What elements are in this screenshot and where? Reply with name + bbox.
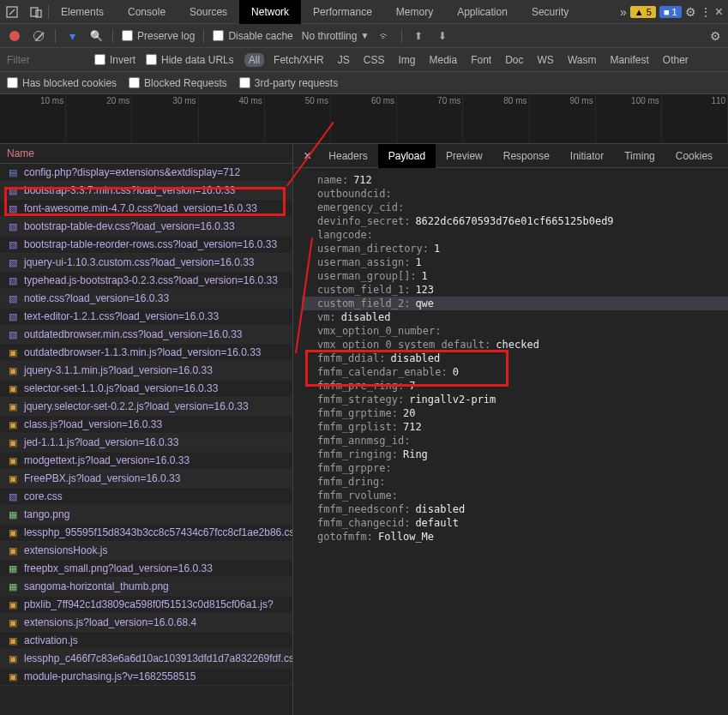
- device-toggle-icon[interactable]: [24, 0, 48, 24]
- request-row[interactable]: jquery.selector-set-0.2.2.js?load_versio…: [0, 398, 292, 416]
- filter-type-manifest[interactable]: Manifest: [605, 53, 653, 67]
- payload-row[interactable]: fmfm_grptime20: [302, 406, 728, 420]
- detail-tab-cookies[interactable]: Cookies: [665, 144, 723, 168]
- payload-row[interactable]: fmfm_changeciddefault: [302, 516, 728, 530]
- payload-row[interactable]: fmfm_ringingRing: [302, 448, 728, 461]
- upload-har-icon[interactable]: [411, 28, 426, 44]
- request-row[interactable]: selector-set-1.1.0.js?load_version=16.0.…: [0, 380, 292, 398]
- search-icon[interactable]: [88, 28, 104, 44]
- request-row[interactable]: notie.css?load_version=16.0.33: [0, 290, 292, 308]
- request-row[interactable]: typehead.js-bootstrap3-0.2.3.css?load_ve…: [0, 272, 292, 290]
- filter-input[interactable]: [7, 54, 84, 66]
- download-har-icon[interactable]: [435, 28, 450, 44]
- request-row[interactable]: lessphp_95595f15d8343b3cc8c57434c67fcc8c…: [0, 524, 292, 542]
- tab-sources[interactable]: Sources: [177, 0, 239, 24]
- request-row[interactable]: pbxlib_7ff942c1d3809ca598f0f51513c0d815c…: [0, 596, 292, 614]
- filter-type-other[interactable]: Other: [659, 53, 693, 67]
- request-row[interactable]: extensionsHook.js: [0, 542, 292, 560]
- payload-row[interactable]: outboundcid: [302, 187, 728, 201]
- payload-row[interactable]: fmfm_pre_ring7: [302, 379, 728, 393]
- request-row[interactable]: class.js?load_version=16.0.33: [0, 416, 292, 434]
- filter-type-media[interactable]: Media: [424, 53, 461, 67]
- detail-tab-headers[interactable]: Headers: [318, 144, 377, 168]
- filter-type-img[interactable]: Img: [394, 53, 419, 67]
- preserve-log-checkbox[interactable]: Preserve log: [122, 30, 195, 42]
- request-row[interactable]: core.css: [0, 488, 292, 506]
- request-row[interactable]: modgettext.js?load_version=16.0.33: [0, 452, 292, 470]
- request-row[interactable]: sangoma-horizontal_thumb.png: [0, 578, 292, 596]
- request-row[interactable]: extensions.js?load_version=16.0.68.4: [0, 614, 292, 632]
- filter-type-font[interactable]: Font: [466, 53, 496, 67]
- payload-row[interactable]: fmfm_needsconfdisabled: [302, 502, 728, 516]
- tab-console[interactable]: Console: [116, 0, 177, 24]
- request-row[interactable]: bootstrap-table-reorder-rows.css?load_ve…: [0, 236, 292, 254]
- filter-type-js[interactable]: JS: [334, 53, 354, 67]
- third-party-checkbox[interactable]: 3rd-party requests: [239, 77, 338, 89]
- detail-tab-timing[interactable]: Timing: [614, 144, 665, 168]
- payload-row[interactable]: vmdisabled: [302, 310, 728, 324]
- request-row[interactable]: module-purchasing.js?v=1682558515: [0, 668, 292, 686]
- menu-icon[interactable]: [700, 5, 712, 19]
- request-row[interactable]: jed-1.1.1.js?load_version=16.0.33: [0, 434, 292, 452]
- filter-type-ws[interactable]: WS: [533, 53, 558, 67]
- filter-type-wasm[interactable]: Wasm: [563, 53, 601, 67]
- filter-type-doc[interactable]: Doc: [501, 53, 527, 67]
- issues-warn-badge[interactable]: ▲ 5: [630, 6, 656, 18]
- payload-row[interactable]: vmx_option_0_number: [302, 324, 728, 338]
- detail-tab-payload[interactable]: Payload: [378, 144, 436, 168]
- filter-type-fetchxhr[interactable]: Fetch/XHR: [269, 53, 328, 67]
- hide-data-urls-checkbox[interactable]: Hide data URLs: [146, 54, 234, 66]
- payload-row[interactable]: fmfm_strategyringallv2-prim: [302, 393, 728, 406]
- payload-row[interactable]: fmfm_ddialdisabled: [302, 351, 728, 365]
- tab-network[interactable]: Network: [239, 0, 301, 24]
- payload-row[interactable]: fmfm_grppre: [302, 461, 728, 475]
- filter-type-all[interactable]: All: [244, 53, 264, 67]
- settings-icon[interactable]: [685, 5, 696, 19]
- issues-info-badge[interactable]: ■ 1: [659, 6, 682, 18]
- blocked-requests-checkbox[interactable]: Blocked Requests: [129, 77, 227, 89]
- close-devtools-icon[interactable]: [715, 4, 723, 20]
- request-row[interactable]: font-awesome.min-4.7.0.css?load_version=…: [0, 200, 292, 218]
- payload-row[interactable]: userman_assign1: [302, 255, 728, 269]
- request-row[interactable]: freepbx_small.png?load_version=16.0.33: [0, 560, 292, 578]
- invert-checkbox[interactable]: Invert: [94, 54, 135, 66]
- inspect-icon[interactable]: [0, 0, 24, 24]
- payload-row[interactable]: fmfm_calendar_enable0: [302, 365, 728, 379]
- detail-tab-preview[interactable]: Preview: [436, 144, 493, 168]
- request-row[interactable]: bootstrap-3.3.7.min.css?load_version=16.…: [0, 182, 292, 200]
- tab-performance[interactable]: Performance: [301, 0, 384, 24]
- blocked-cookies-checkbox[interactable]: Has blocked cookies: [7, 77, 117, 89]
- tab-application[interactable]: Application: [445, 0, 520, 24]
- payload-row[interactable]: emergency_cid: [302, 201, 728, 214]
- request-row[interactable]: jquery-ui-1.10.3.custom.css?load_version…: [0, 254, 292, 272]
- clear-button[interactable]: [31, 28, 46, 44]
- request-row[interactable]: jquery-3.1.1.min.js?load_version=16.0.33: [0, 362, 292, 380]
- payload-row[interactable]: custom_field_1123: [302, 283, 728, 297]
- detail-tab-initiator[interactable]: Initiator: [560, 144, 614, 168]
- payload-row[interactable]: custom_field_2qwe: [302, 297, 728, 310]
- request-row[interactable]: activation.js: [0, 632, 292, 650]
- detail-tab-response[interactable]: Response: [493, 144, 560, 168]
- tab-memory[interactable]: Memory: [384, 0, 445, 24]
- request-row[interactable]: lessphp_c466f7c83e6a6d10ac103913dfd1d7a8…: [0, 650, 292, 668]
- payload-row[interactable]: userman_directory1: [302, 242, 728, 255]
- payload-row[interactable]: gotofmfmFollow_Me: [302, 530, 728, 544]
- tab-elements[interactable]: Elements: [49, 0, 116, 24]
- request-row[interactable]: outdatedbrowser.min.css?load_version=16.…: [0, 326, 292, 344]
- payload-row[interactable]: fmfm_grplist712: [302, 420, 728, 434]
- request-row[interactable]: tango.png: [0, 506, 292, 524]
- payload-row[interactable]: fmfm_dring: [302, 475, 728, 489]
- record-button[interactable]: [7, 28, 22, 44]
- request-row[interactable]: outdatedbrowser-1.1.3.min.js?load_versio…: [0, 344, 292, 362]
- payload-row[interactable]: fmfm_annmsg_id: [302, 434, 728, 448]
- close-details-icon[interactable]: [297, 148, 318, 164]
- throttling-select[interactable]: No throttling ▼: [302, 30, 370, 42]
- column-header-name[interactable]: Name: [0, 144, 292, 164]
- filter-toggle-icon[interactable]: [64, 28, 80, 44]
- request-row[interactable]: config.php?display=extensions&extdisplay…: [0, 164, 292, 182]
- tab-security[interactable]: Security: [520, 0, 581, 24]
- payload-row[interactable]: langcode: [302, 228, 728, 242]
- payload-row[interactable]: userman_group[]1: [302, 269, 728, 283]
- payload-row[interactable]: vmx_option_0_system_defaultchecked: [302, 338, 728, 351]
- network-settings-icon[interactable]: [710, 29, 721, 43]
